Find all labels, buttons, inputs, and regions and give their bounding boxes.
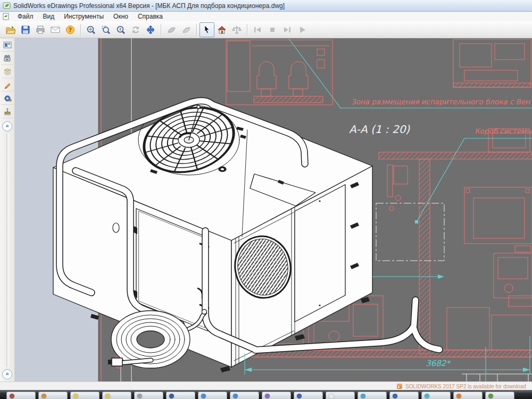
home-button[interactable]: [214, 22, 229, 37]
dimension-value: 3682*: [426, 359, 451, 368]
taskbar-button[interactable]: [70, 392, 99, 399]
zoom-button[interactable]: [113, 22, 128, 37]
app-icon: [329, 394, 334, 398]
app-icon: [488, 394, 493, 398]
panel-splitter[interactable]: [6, 133, 9, 367]
next-button[interactable]: [280, 22, 295, 37]
taskbar-button[interactable]: [134, 392, 163, 399]
shaded-button[interactable]: [164, 22, 179, 37]
drawing-canvas[interactable]: а Подп. и дата Взам Зона размещения испа…: [15, 38, 532, 381]
taskbar-button[interactable]: [102, 392, 131, 399]
app-icon: [233, 394, 238, 398]
toolbar: ?: [0, 21, 532, 38]
taskbar-button[interactable]: [166, 392, 195, 399]
taskbar-button[interactable]: [453, 392, 483, 399]
stop-button[interactable]: [265, 22, 280, 37]
zoom-area-button[interactable]: [98, 22, 113, 37]
animation-tool[interactable]: [1, 53, 14, 65]
select-button[interactable]: [200, 22, 214, 37]
title-bar[interactable]: SolidWorks eDrawings Professional x64 Ве…: [0, 0, 532, 12]
menu-help[interactable]: Справка: [133, 12, 168, 21]
update-notice-link[interactable]: SOLIDWORKS 2017 SP2 is available for dow…: [405, 384, 526, 389]
app-icon: [361, 394, 365, 398]
status-bar: SOLIDWORKS 2017 SP2 is available for dow…: [0, 381, 532, 390]
taskbar-button[interactable]: [294, 392, 323, 399]
edrawings-app-icon: [3, 2, 11, 10]
app-icon: [265, 394, 270, 398]
app-icon: [73, 394, 78, 398]
duct-callout-label: Короб системы к: [475, 127, 532, 135]
app-icon: [425, 394, 429, 398]
taskbar-button[interactable]: [485, 392, 514, 399]
save-button[interactable]: [18, 22, 33, 37]
zone-callout-label: Зона размещения испарительного блока с В…: [351, 97, 532, 106]
menu-file[interactable]: Файл: [13, 12, 38, 21]
application-window: SolidWorks eDrawings Professional x64 Ве…: [0, 0, 532, 399]
window-title: SolidWorks eDrawings Professional x64 Ве…: [13, 2, 285, 10]
menu-bar: Файл Вид Инструменты Окно Справка: [0, 12, 532, 22]
svg-text:?: ?: [69, 27, 72, 34]
app-icon: [297, 394, 302, 398]
rss-update-icon: [397, 384, 402, 389]
menu-view[interactable]: Вид: [38, 12, 60, 21]
mass-properties-button[interactable]: [229, 22, 244, 37]
taskbar-button[interactable]: [262, 392, 291, 399]
app-icon: [10, 394, 14, 398]
markup-tool[interactable]: [1, 79, 14, 92]
send-button[interactable]: [48, 22, 63, 37]
help-button[interactable]: ?: [63, 22, 78, 37]
windows-taskbar: [0, 390, 532, 399]
print-button[interactable]: [33, 22, 48, 37]
taskbar-button[interactable]: [230, 392, 259, 399]
stamp-tool[interactable]: [1, 106, 14, 118]
taskbar-button[interactable]: [358, 392, 387, 399]
pan-button[interactable]: [143, 22, 158, 37]
side-toolbar: » »: [0, 38, 15, 381]
taskbar-button[interactable]: [198, 392, 227, 399]
previous-button[interactable]: [250, 22, 265, 37]
menu-window[interactable]: Окно: [109, 12, 133, 21]
measure-tool[interactable]: [1, 93, 14, 105]
rotate-button[interactable]: [128, 22, 143, 37]
app-icon: [169, 394, 174, 398]
taskbar-button[interactable]: [38, 392, 68, 399]
panels-tool[interactable]: [1, 39, 14, 52]
expand-panel-button[interactable]: »: [2, 121, 12, 131]
taskbar-button[interactable]: [389, 392, 419, 399]
app-icon: [105, 394, 110, 398]
app-icon: [137, 394, 142, 398]
app-icon: [201, 394, 206, 398]
play-button[interactable]: [295, 22, 310, 37]
taskbar-button[interactable]: [6, 392, 36, 399]
app-icon: [41, 394, 46, 398]
hose-fitting: [112, 358, 122, 366]
menu-tools[interactable]: Инструменты: [59, 12, 109, 21]
taskbar-button[interactable]: [421, 392, 451, 399]
app-icon: [456, 394, 461, 398]
expand-panel-button-bottom[interactable]: »: [2, 369, 12, 379]
section-view-label: А-А (1 : 20): [349, 123, 410, 136]
taskbar-button[interactable]: [326, 392, 355, 399]
layers-tool[interactable]: [1, 66, 14, 78]
shaded-edges-button[interactable]: [179, 22, 194, 37]
document-icon: [2, 13, 10, 20]
app-icon: [393, 394, 397, 398]
zoom-fit-button[interactable]: [84, 22, 98, 37]
open-button[interactable]: [3, 22, 18, 37]
